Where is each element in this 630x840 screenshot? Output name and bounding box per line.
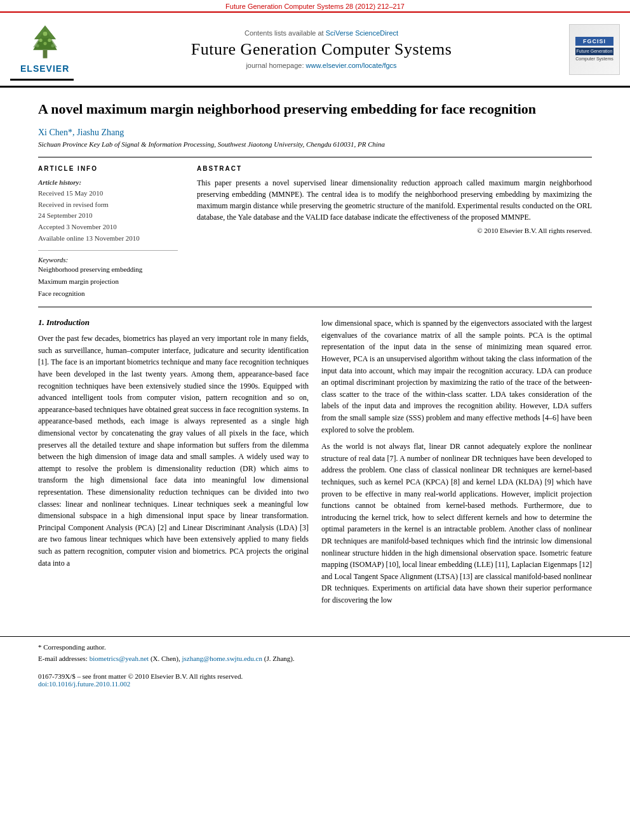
received-date: Received 15 May 2010 xyxy=(38,188,178,199)
paper-affiliation: Sichuan Province Key Lab of Signal & Inf… xyxy=(38,140,592,148)
fgcs-logo: FGCISI Future Generation Computer System… xyxy=(569,24,620,75)
keyword-1: Neighborhood preserving embedding xyxy=(38,263,178,276)
svg-point-4 xyxy=(43,32,47,36)
homepage-link[interactable]: www.elsevier.com/locate/fgcs xyxy=(306,62,397,69)
homepage-line: journal homepage: www.elsevier.com/locat… xyxy=(80,62,563,69)
col-right-para2: As the world is not always flat, linear … xyxy=(321,441,592,606)
body-columns: 1. Introduction Over the past few decade… xyxy=(38,317,592,611)
journal-title: Future Generation Computer Systems xyxy=(80,39,563,59)
footer-bottom: 0167-739X/$ – see front matter © 2010 El… xyxy=(0,670,630,693)
footnote-section: * Corresponding author. E-mail addresses… xyxy=(0,636,630,669)
svg-rect-0 xyxy=(43,50,47,58)
available-date: Available online 13 November 2010 xyxy=(38,233,178,244)
email-label: E-mail addresses: xyxy=(38,655,88,662)
journal-reference-bar: Future Generation Computer Systems 28 (2… xyxy=(0,0,630,13)
article-info-heading: ARTICLE INFO xyxy=(38,165,178,172)
keyword-2: Maximum margin projection xyxy=(38,276,178,288)
svg-point-5 xyxy=(39,39,42,42)
section1-number: 1. xyxy=(38,317,44,327)
footnote-email: E-mail addresses: biometrics@yeah.net (X… xyxy=(38,653,592,665)
sciverse-link[interactable]: SciVerse ScienceDirect xyxy=(326,29,398,37)
article-info: ARTICLE INFO Article history: Received 1… xyxy=(38,165,178,300)
svg-point-6 xyxy=(48,39,51,42)
revised-date: 24 September 2010 xyxy=(38,210,178,222)
column-left: 1. Introduction Over the past few decade… xyxy=(38,317,309,611)
keywords-list: Neighborhood preserving embedding Maximu… xyxy=(38,263,178,299)
email1-name: (X. Chen), xyxy=(151,655,180,662)
doi-link[interactable]: doi:10.1016/j.future.2010.11.002 xyxy=(38,680,130,688)
email2-name: (J. Zhang). xyxy=(264,655,295,662)
keyword-3: Face recognition xyxy=(38,288,178,300)
section1-title: Introduction xyxy=(46,317,90,327)
email2-link[interactable]: jszhang@home.swjtu.edu.cn xyxy=(182,655,262,662)
elsevier-wordmark: ELSEVIER xyxy=(20,63,69,74)
email1-link[interactable]: biometrics@yeah.net xyxy=(90,655,149,662)
journal-header: ELSEVIER Contents lists available at Sci… xyxy=(0,13,630,88)
abstract-section: ABSTRACT This paper presents a novel sup… xyxy=(197,165,592,300)
history-label: Article history: xyxy=(38,178,81,186)
footer-line1: 0167-739X/$ – see front matter © 2010 El… xyxy=(38,672,592,680)
elsevier-logo: ELSEVIER xyxy=(10,18,74,81)
sciverse-line: Contents lists available at SciVerse Sci… xyxy=(80,29,563,37)
col-left-para1: Over the past few decades, biometrics ha… xyxy=(38,333,309,569)
footnote-star: * Corresponding author. xyxy=(38,642,592,653)
col-right-para1: low dimensional space, which is spanned … xyxy=(321,317,592,436)
abstract-heading: ABSTRACT xyxy=(197,165,592,172)
paper-meta-row: ARTICLE INFO Article history: Received 1… xyxy=(38,157,592,308)
journal-title-block: Contents lists available at SciVerse Sci… xyxy=(80,29,563,69)
section1-heading: 1. Introduction xyxy=(38,317,309,328)
svg-point-9 xyxy=(43,42,46,45)
footer-line2: doi:10.1016/j.future.2010.11.002 xyxy=(38,680,592,688)
keywords-section: Keywords: Neighborhood preserving embedd… xyxy=(38,250,178,299)
copyright-line: © 2010 Elsevier B.V. All rights reserved… xyxy=(197,227,592,234)
accepted-date: Accepted 3 November 2010 xyxy=(38,222,178,233)
journal-ref-text: Future Generation Computer Systems 28 (2… xyxy=(225,3,405,10)
paper-title: A novel maximum margin neighborhood pres… xyxy=(38,100,592,119)
svg-point-8 xyxy=(51,44,54,47)
abstract-text: This paper presents a novel supervised l… xyxy=(197,177,592,223)
paper-content: A novel maximum margin neighborhood pres… xyxy=(0,88,630,623)
received-revised-label: Received in revised form xyxy=(38,199,178,211)
column-right: low dimensional space, which is spanned … xyxy=(321,317,592,611)
svg-point-7 xyxy=(36,44,39,47)
star-note: * Corresponding author. xyxy=(38,643,106,651)
keywords-label: Keywords: xyxy=(38,256,178,263)
paper-authors: Xi Chen*, Jiashu Zhang xyxy=(38,128,592,138)
article-history: Article history: Received 15 May 2010 Re… xyxy=(38,177,178,244)
